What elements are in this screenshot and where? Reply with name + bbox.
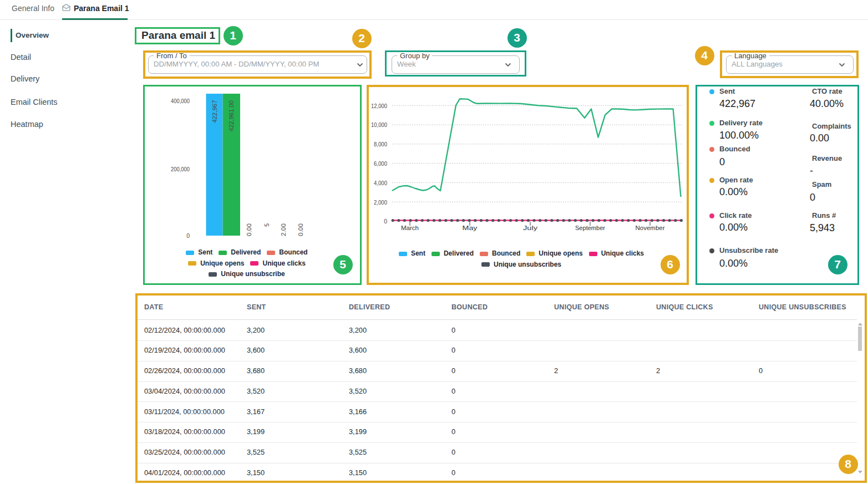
svg-text:2.00: 2.00 <box>280 223 287 236</box>
svg-text:8,000: 8,000 <box>374 141 387 147</box>
svg-text:422,961.00: 422,961.00 <box>228 100 235 131</box>
svg-text:10,000: 10,000 <box>371 121 387 128</box>
svg-text:4,000: 4,000 <box>374 180 387 186</box>
svg-text:0: 0 <box>384 218 387 225</box>
svg-text:November: November <box>636 225 665 231</box>
svg-text:0.00: 0.00 <box>297 223 304 236</box>
svg-text:0.00: 0.00 <box>246 223 252 236</box>
svg-text:May: May <box>463 225 478 231</box>
svg-text:200,000: 200,000 <box>171 166 190 172</box>
svg-text:September: September <box>575 225 605 231</box>
svg-text:5: 5 <box>263 223 270 227</box>
svg-text:400,000: 400,000 <box>171 98 190 104</box>
svg-text:2,000: 2,000 <box>374 199 387 206</box>
svg-text:July: July <box>523 225 537 231</box>
svg-text:March: March <box>401 225 419 231</box>
svg-text:12,000: 12,000 <box>371 103 387 109</box>
svg-text:6,000: 6,000 <box>374 160 387 167</box>
svg-text:422,967: 422,967 <box>211 100 218 123</box>
svg-text:0: 0 <box>186 232 190 239</box>
